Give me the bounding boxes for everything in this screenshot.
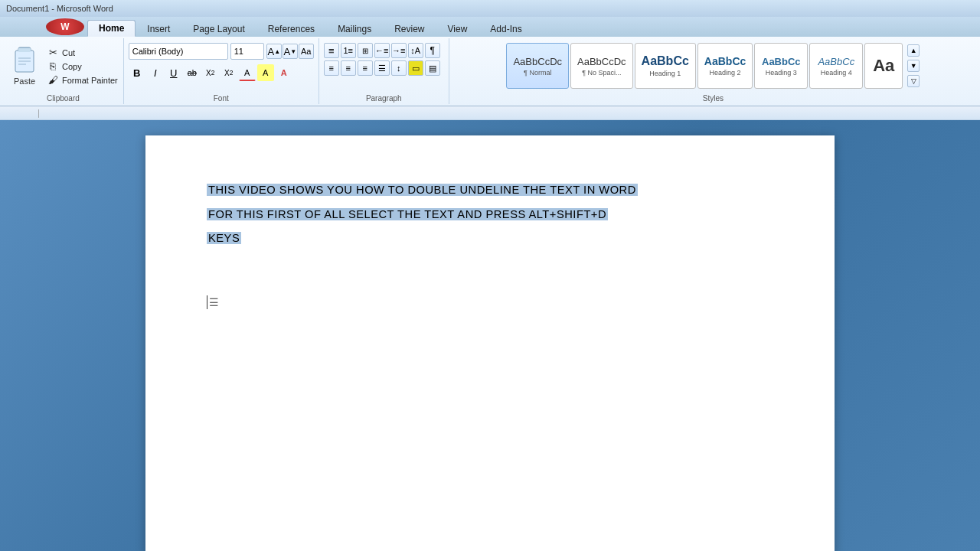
show-formatting-button[interactable]: ¶ [425, 43, 440, 58]
font-label: Font [124, 94, 318, 103]
clear-formatting-button[interactable]: Aa [299, 44, 314, 59]
style-cards-row: AaBbCcDc ¶ Normal AaBbCcDc ¶ No Spaci...… [506, 40, 920, 89]
tab-insert[interactable]: Insert [136, 20, 181, 37]
tab-review[interactable]: Review [383, 20, 436, 37]
paragraph-group: ≡ 1≡ ⊞ ←≡ →≡ ↕A ¶ ≡ ≡ ≡ ☰ ↕ ▭ ▤ [319, 38, 449, 104]
copy-icon: ⎘ [47, 60, 59, 72]
font-size-input[interactable] [230, 43, 264, 60]
font-group: A▲ A▼ Aa B I U ab X2 X2 A A A [124, 38, 319, 104]
office-button[interactable]: W [46, 18, 84, 35]
tab-mailings[interactable]: Mailings [326, 20, 383, 37]
text-highlight-button[interactable]: A [257, 64, 274, 81]
ribbon: W Home Insert Page Layout References Mai… [0, 17, 980, 106]
tab-addins[interactable]: Add-Ins [479, 20, 533, 37]
multilevel-list-button[interactable]: ⊞ [358, 43, 373, 58]
font-format-row: B I U ab X2 X2 A A A [129, 64, 314, 81]
clipboard-group: Paste ✂ Cut ⎘ Copy 🖌 Format Painter [3, 38, 124, 104]
paste-icon [11, 44, 38, 77]
document-content[interactable]: THIS VIDEO SHOWS YOU HOW TO DOUBLE UNDEL… [207, 181, 773, 311]
font-name-input[interactable] [129, 43, 228, 60]
text-selected-2: FOR THIS FIRST OF ALL SELECT THE TEXT AN… [207, 208, 608, 220]
border-button[interactable]: ▤ [425, 60, 440, 76]
strikethrough-button[interactable]: ab [184, 64, 201, 81]
align-center-button[interactable]: ≡ [341, 60, 356, 76]
paste-button[interactable]: Paste [6, 43, 43, 87]
styles-scroll-controls: ▲ ▼ ▽ [907, 44, 920, 87]
page: THIS VIDEO SHOWS YOU HOW TO DOUBLE UNDEL… [145, 135, 835, 551]
cut-icon: ✂ [47, 47, 59, 58]
paragraph-bottom-row: ≡ ≡ ≡ ☰ ↕ ▭ ▤ [324, 60, 444, 76]
title-bar: Document1 - Microsoft Word [0, 0, 980, 17]
superscript-button[interactable]: X2 [220, 64, 237, 81]
align-left-button[interactable]: ≡ [324, 60, 339, 76]
clipboard-small-btns: ✂ Cut ⎘ Copy 🖌 Format Painter [44, 43, 120, 86]
copy-button[interactable]: ⎘ Copy [44, 60, 120, 73]
text-selected-3: KEYS [207, 232, 241, 244]
tab-row: W Home Insert Page Layout References Mai… [0, 17, 980, 37]
cursor-paragraph: ☰ [207, 294, 773, 311]
italic-button[interactable]: I [147, 64, 164, 81]
align-right-button[interactable]: ≡ [358, 60, 373, 76]
paragraph-2: FOR THIS FIRST OF ALL SELECT THE TEXT AN… [207, 206, 773, 224]
underline-button[interactable]: U [165, 64, 182, 81]
paragraph-1: THIS VIDEO SHOWS YOU HOW TO DOUBLE UNDEL… [207, 181, 773, 200]
document-area[interactable]: THIS VIDEO SHOWS YOU HOW TO DOUBLE UNDEL… [0, 120, 980, 551]
text-selected-1: THIS VIDEO SHOWS YOU HOW TO DOUBLE UNDEL… [207, 184, 638, 196]
increase-indent-button[interactable]: →≡ [391, 43, 407, 58]
style-normal[interactable]: AaBbCcDc ¶ Normal [506, 43, 569, 89]
tab-view[interactable]: View [436, 20, 479, 37]
decrease-font-size-button[interactable]: A▼ [283, 44, 298, 59]
style-no-spacing[interactable]: AaBbCcDc ¶ No Spaci... [570, 43, 633, 89]
font-size-buttons: A▲ A▼ Aa [266, 44, 314, 59]
paste-label: Paste [14, 77, 35, 86]
style-more[interactable]: Aa [864, 43, 903, 89]
style-heading4[interactable]: AaBbCc Heading 4 [809, 43, 863, 89]
format-painter-icon: 🖌 [47, 74, 59, 86]
styles-up-button[interactable]: ▲ [907, 44, 920, 57]
styles-group: AaBbCcDc ¶ Normal AaBbCcDc ¶ No Spaci...… [449, 38, 977, 104]
bold-button[interactable]: B [129, 64, 145, 81]
shading-button[interactable]: ▭ [408, 60, 423, 76]
format-painter-button[interactable]: 🖌 Format Painter [44, 73, 120, 86]
subscript-button[interactable]: X2 [202, 64, 219, 81]
text-cursor [207, 295, 207, 309]
title-text: Document1 - Microsoft Word [6, 4, 113, 13]
cut-button[interactable]: ✂ Cut [44, 46, 120, 59]
ruler: │ [0, 106, 980, 120]
style-heading3[interactable]: AaBbCc Heading 3 [754, 43, 808, 89]
paragraph-top-row: ≡ 1≡ ⊞ ←≡ →≡ ↕A ¶ [324, 43, 444, 58]
sort-button[interactable]: ↕A [408, 43, 423, 58]
toolbar-row: Paste ✂ Cut ⎘ Copy 🖌 Format Painter [0, 37, 980, 106]
paragraph-label: Paragraph [319, 94, 449, 103]
paragraph-3: KEYS [207, 230, 773, 248]
tab-home[interactable]: Home [87, 20, 136, 37]
style-heading1[interactable]: AaBbCc Heading 1 [635, 43, 696, 89]
styles-expand-button[interactable]: ▽ [907, 75, 920, 87]
line-spacing-button[interactable]: ↕ [391, 60, 407, 76]
tab-pagelayout[interactable]: Page Layout [181, 20, 256, 37]
font-top-row: A▲ A▼ Aa [129, 43, 314, 60]
styles-label: Styles [449, 94, 977, 103]
ordered-list-button[interactable]: 1≡ [341, 43, 356, 58]
svg-rect-2 [18, 48, 31, 52]
text-highlight-color-button[interactable]: A [276, 64, 292, 81]
justify-button[interactable]: ☰ [374, 60, 390, 76]
unordered-list-button[interactable]: ≡ [324, 43, 339, 58]
clipboard-label: Clipboard [3, 94, 123, 103]
styles-down-button[interactable]: ▼ [907, 60, 920, 72]
increase-font-size-button[interactable]: A▲ [266, 44, 282, 59]
tab-references[interactable]: References [256, 20, 326, 37]
decrease-indent-button[interactable]: ←≡ [374, 43, 390, 58]
main-area: THIS VIDEO SHOWS YOU HOW TO DOUBLE UNDEL… [0, 120, 980, 551]
style-heading2[interactable]: AaBbCc Heading 2 [697, 43, 753, 89]
font-color-button[interactable]: A [239, 64, 256, 81]
